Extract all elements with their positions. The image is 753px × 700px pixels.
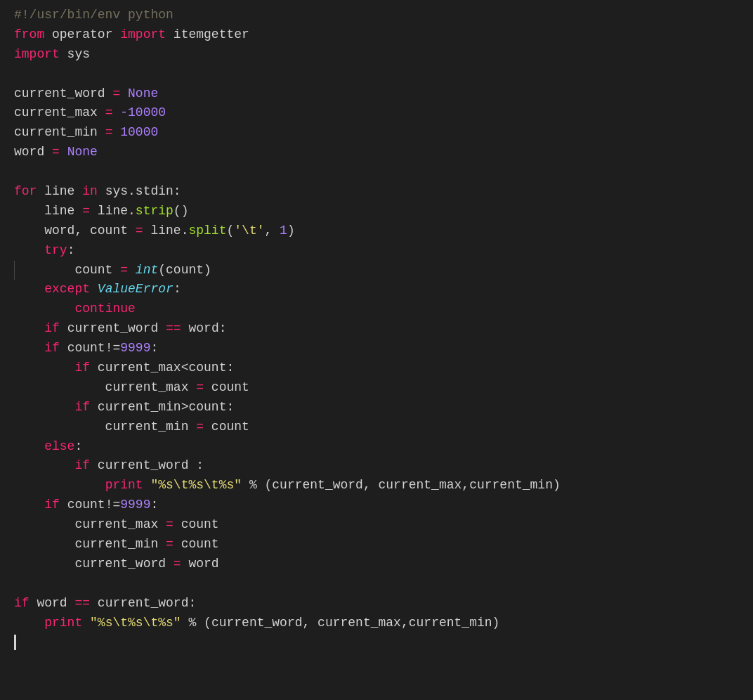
code-line: word, count = line.split('\t', 1): [14, 221, 753, 241]
code-line: word = None: [14, 143, 753, 162]
code-line: [14, 162, 753, 182]
code-line: line = line.strip(): [14, 202, 753, 221]
code-line: import sys: [14, 45, 753, 65]
code-line: else:: [14, 437, 753, 457]
code-line: print "%s\t%s\t%s" % (current_word, curr…: [14, 476, 753, 495]
code-line: if current_word == word:: [14, 319, 753, 339]
code-line: except ValueError:: [14, 280, 753, 299]
code-line: if current_min>count:: [14, 398, 753, 417]
code-line: from operator import itemgetter: [14, 25, 753, 45]
code-line: current_max = count: [14, 378, 753, 398]
code-line: if count!=9999:: [14, 495, 753, 515]
code-line: if count!=9999:: [14, 339, 753, 358]
code-line: current_max = -10000: [14, 103, 753, 123]
code-editor: #!/usr/bin/env python from operator impo…: [0, 0, 753, 700]
code-line: [14, 574, 753, 594]
code-line: if word == current_word:: [14, 594, 753, 614]
code-line: continue: [14, 299, 753, 319]
code-line: if current_word :: [14, 456, 753, 476]
code-line: current_max = count: [14, 515, 753, 535]
code-line: current_min = 10000: [14, 123, 753, 143]
code-line: print "%s\t%s\t%s" % (current_word, curr…: [14, 614, 753, 633]
code-line: count = int(count): [14, 261, 753, 280]
code-line: [14, 633, 753, 650]
code-line: #!/usr/bin/env python: [14, 6, 753, 25]
code-line: current_word = None: [14, 84, 753, 104]
code-line: [14, 65, 753, 84]
code-line: if current_max<count:: [14, 358, 753, 378]
code-line: current_min = count: [14, 535, 753, 555]
code-line: current_min = count: [14, 417, 753, 437]
code-line: for line in sys.stdin:: [14, 182, 753, 202]
code-line: current_word = word: [14, 555, 753, 574]
code-line: try:: [14, 241, 753, 261]
